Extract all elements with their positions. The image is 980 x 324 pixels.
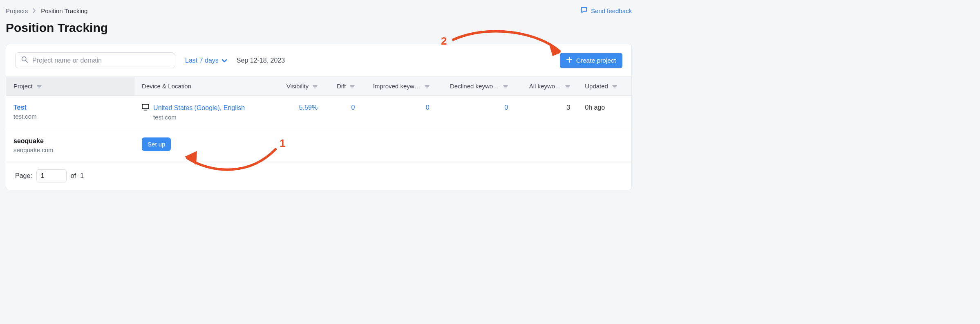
sort-icon xyxy=(503,84,508,89)
sort-icon xyxy=(612,84,617,89)
page-title: Position Tracking xyxy=(6,21,632,35)
location-domain: test.com xyxy=(153,114,268,121)
col-all-label: All keywo… xyxy=(529,83,561,90)
sort-icon xyxy=(565,84,570,89)
col-updated[interactable]: Updated xyxy=(577,77,631,96)
send-feedback-label: Send feedback xyxy=(591,7,632,14)
breadcrumb: Projects Position Tracking xyxy=(6,7,87,14)
project-name: seoquake xyxy=(13,137,127,145)
setup-button[interactable]: Set up xyxy=(142,137,171,151)
chat-icon xyxy=(580,7,588,15)
pager-of: of xyxy=(71,172,76,180)
pager-total: 1 xyxy=(80,172,84,180)
breadcrumb-root-link[interactable]: Projects xyxy=(6,7,28,14)
col-diff[interactable]: Diff xyxy=(325,77,362,96)
date-range: Sep 12-18, 2023 xyxy=(237,57,285,64)
period-label: Last 7 days xyxy=(185,57,219,64)
search-input[interactable] xyxy=(32,57,169,64)
col-declined[interactable]: Declined keywo… xyxy=(437,77,516,96)
sort-icon xyxy=(350,84,355,89)
svg-point-0 xyxy=(22,57,26,61)
period-selector[interactable]: Last 7 days xyxy=(185,57,227,64)
declined-value[interactable]: 0 xyxy=(504,104,508,111)
all-keywords-value: 3 xyxy=(566,104,570,111)
col-improved-label: Improved keyw… xyxy=(373,83,421,90)
projects-card: Last 7 days Sep 12-18, 2023 Create proje… xyxy=(6,44,632,190)
project-name-link[interactable]: Test xyxy=(13,104,127,111)
chevron-down-icon xyxy=(222,57,227,64)
sort-icon xyxy=(425,84,430,89)
table-row: seoquake seoquake.com Set up xyxy=(6,129,631,162)
send-feedback-link[interactable]: Send feedback xyxy=(580,7,632,15)
updated-value: 0h ago xyxy=(585,104,605,111)
col-updated-label: Updated xyxy=(585,83,608,90)
table-row: Test test.com United States (Google), En… xyxy=(6,96,631,129)
projects-table: Project Device & Location Visibility Dif… xyxy=(6,76,631,162)
create-project-label: Create project xyxy=(576,57,616,64)
project-domain: seoquake.com xyxy=(13,146,127,153)
col-declined-label: Declined keywo… xyxy=(450,83,499,90)
create-project-button[interactable]: Create project xyxy=(560,53,622,68)
search-icon xyxy=(21,56,28,65)
pager-input[interactable] xyxy=(36,169,67,182)
pager: Page: of 1 xyxy=(6,162,631,190)
diff-value[interactable]: 0 xyxy=(351,104,355,111)
svg-rect-1 xyxy=(142,104,149,109)
col-project[interactable]: Project xyxy=(6,77,134,96)
breadcrumb-current: Position Tracking xyxy=(41,7,87,14)
pager-label: Page: xyxy=(15,172,32,180)
plus-icon xyxy=(566,57,572,64)
col-device-location-label: Device & Location xyxy=(142,83,191,90)
col-all[interactable]: All keywo… xyxy=(515,77,577,96)
search-input-wrap[interactable] xyxy=(15,52,175,68)
sort-icon xyxy=(313,84,318,89)
col-project-label: Project xyxy=(13,83,33,90)
col-diff-label: Diff xyxy=(337,83,346,90)
sort-icon xyxy=(37,84,42,89)
visibility-value[interactable]: 5.59% xyxy=(299,104,318,111)
col-improved[interactable]: Improved keyw… xyxy=(362,77,436,96)
location-link[interactable]: United States (Google), English xyxy=(153,104,245,112)
col-visibility-label: Visibility xyxy=(286,83,309,90)
improved-value[interactable]: 0 xyxy=(426,104,430,111)
chevron-right-icon xyxy=(33,7,36,14)
project-domain: test.com xyxy=(13,113,127,120)
desktop-icon xyxy=(142,104,149,112)
col-visibility[interactable]: Visibility xyxy=(275,77,325,96)
col-device-location: Device & Location xyxy=(134,77,275,96)
